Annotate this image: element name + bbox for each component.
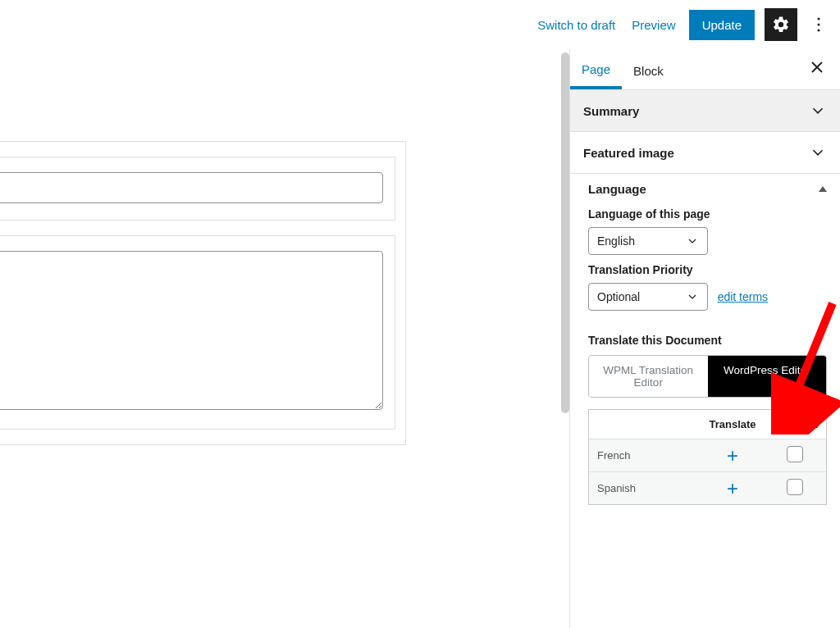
- canvas-block-textarea: [0, 235, 395, 430]
- sidebar-tabs: Page Block: [570, 49, 840, 90]
- language-select-value: English: [597, 234, 635, 248]
- summary-label: Summary: [583, 104, 639, 118]
- priority-select[interactable]: Optional: [588, 283, 708, 311]
- editor-top-bar: Switch to draft Preview Update: [0, 0, 840, 49]
- table-row: French +: [589, 439, 826, 471]
- table-row: Spanish +: [589, 471, 826, 504]
- canvas-block-outer: [0, 141, 406, 445]
- summary-panel-toggle[interactable]: Summary: [570, 90, 840, 132]
- close-sidebar-button[interactable]: [806, 56, 829, 83]
- seg-option-wordpress[interactable]: WordPress Editor: [708, 356, 827, 397]
- translation-table: Translate Duplicate French + Spanish +: [588, 409, 827, 505]
- editor-canvas: [0, 49, 569, 628]
- seg-option-wpml[interactable]: WPML Translation Editor: [589, 356, 708, 397]
- translation-table-header: Translate Duplicate: [589, 410, 826, 439]
- language-of-page-label: Language of this page: [588, 207, 827, 221]
- kebab-icon: [817, 16, 820, 33]
- editor-mode-segmented: WPML Translation Editor WordPress Editor: [588, 355, 827, 398]
- svg-point-2: [818, 30, 820, 32]
- more-options-button[interactable]: [810, 8, 827, 41]
- row-lang: Spanish: [589, 472, 701, 504]
- settings-button[interactable]: [765, 8, 797, 41]
- svg-point-0: [818, 18, 820, 20]
- featured-image-panel-toggle[interactable]: Featured image: [570, 132, 840, 174]
- chevron-down-icon: [809, 143, 827, 162]
- text-field[interactable]: [0, 172, 383, 203]
- svg-point-1: [818, 24, 820, 26]
- translate-document-label: Translate this Document: [588, 334, 827, 347]
- chevron-down-icon: [686, 234, 699, 248]
- col-duplicate: Duplicate: [764, 410, 826, 439]
- settings-sidebar: Page Block Summary Featured image Langua…: [569, 49, 840, 628]
- triangle-up-icon: [819, 186, 827, 192]
- textarea-field[interactable]: [0, 251, 383, 410]
- canvas-block-input: [0, 157, 395, 221]
- duplicate-checkbox[interactable]: [787, 446, 803, 462]
- gear-icon: [772, 16, 790, 34]
- row-lang: French: [589, 439, 701, 471]
- duplicate-checkbox[interactable]: [787, 479, 803, 495]
- translation-priority-label: Translation Priority: [588, 263, 827, 276]
- preview-link[interactable]: Preview: [628, 13, 678, 37]
- switch-to-draft-link[interactable]: Switch to draft: [534, 13, 619, 37]
- tab-page[interactable]: Page: [570, 49, 622, 89]
- close-icon: [810, 61, 824, 74]
- featured-image-label: Featured image: [583, 146, 674, 160]
- language-panel-toggle[interactable]: Language: [588, 182, 827, 196]
- language-select[interactable]: English: [588, 227, 708, 255]
- language-panel: Language Language of this page English T…: [570, 174, 840, 520]
- chevron-down-icon: [809, 102, 827, 120]
- chevron-down-icon: [686, 290, 699, 303]
- canvas-scrollbar[interactable]: [561, 52, 569, 413]
- language-title: Language: [588, 182, 646, 196]
- add-translation-button[interactable]: +: [727, 444, 738, 466]
- col-translate: Translate: [701, 410, 764, 439]
- update-button[interactable]: Update: [689, 10, 755, 40]
- edit-terms-link[interactable]: edit terms: [718, 290, 768, 303]
- tab-block[interactable]: Block: [622, 51, 675, 88]
- add-translation-button[interactable]: +: [727, 477, 738, 499]
- priority-select-value: Optional: [597, 290, 640, 303]
